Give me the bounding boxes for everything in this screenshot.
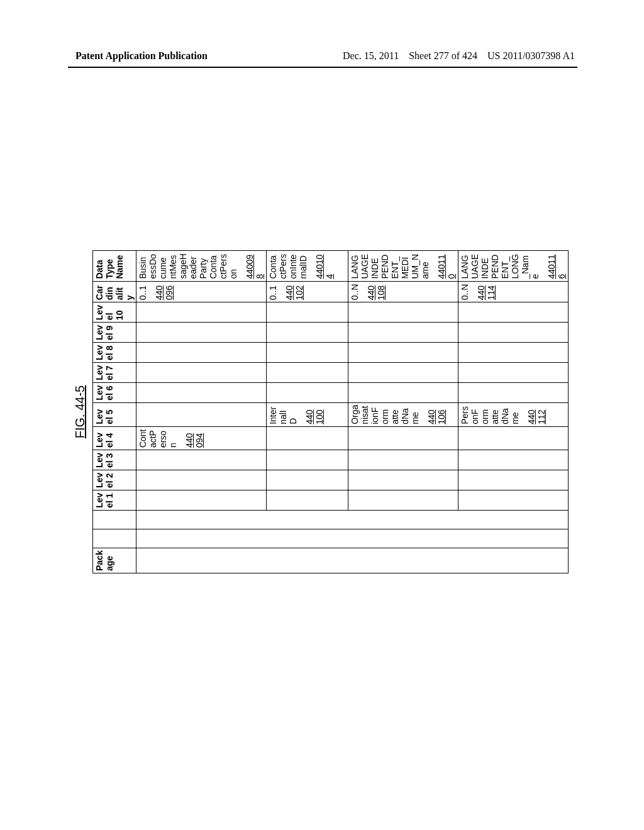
card-ref: 440114 — [476, 284, 496, 301]
cell-level-1 — [136, 490, 267, 510]
cell-level-8 — [348, 343, 458, 363]
cell-level-7 — [267, 362, 348, 382]
cell-level-7 — [458, 362, 569, 382]
header-rule — [68, 67, 577, 68]
cell-datatype: BusinessDocumentMessageHeaderPartyContac… — [136, 251, 267, 282]
dt-ref: 440110 — [436, 253, 457, 279]
cell-level-1 — [458, 490, 569, 510]
cell-level-3 — [348, 450, 458, 470]
card-text: 0..N — [460, 284, 470, 301]
cell-level-3 — [136, 450, 267, 470]
header-sheet: Sheet 277 of 424 — [409, 50, 477, 61]
dt-text: LANGUAGEINDEPENDENT_LONG_Name — [460, 254, 540, 279]
figure-container: FIG. 44-5 Package Level 1 Level 2 Level … — [73, 250, 569, 573]
cell-level-10 — [458, 302, 569, 323]
col-level-6: Level 6 — [93, 382, 136, 402]
cell-level-7 — [136, 362, 267, 382]
cell-datatype: LANGUAGEINDEPENDENT_MEDIUM_Name 440110 — [348, 251, 458, 282]
cell-level-1 — [267, 490, 348, 510]
cell-level-4 — [348, 426, 458, 450]
col-level-8: Level 8 — [93, 343, 136, 363]
card-ref: 440102 — [284, 284, 304, 301]
cell-datatype: LANGUAGEINDEPENDENT_LONG_Name 440116 — [458, 251, 569, 282]
cell-level-9 — [458, 323, 569, 343]
col-package: Package — [93, 548, 136, 573]
cell-level-10 — [136, 302, 267, 323]
cell-level-6 — [267, 382, 348, 402]
cell-level-2 — [348, 470, 458, 490]
level5-text: InternalID — [268, 407, 298, 424]
page-header: Patent Application Publication Dec. 15, … — [0, 50, 644, 62]
level4-text: ContactPerson — [138, 429, 178, 448]
level5-text: PersonFormattedName — [460, 406, 520, 424]
col-cardinality: Cardinality — [93, 281, 136, 302]
figure-title: FIG. 44-5 — [73, 250, 87, 573]
col-level-1: Level 1 — [93, 490, 136, 510]
col-level-4: Level 4 — [93, 426, 136, 450]
cell-level-8 — [267, 343, 348, 363]
cell-package — [136, 548, 569, 573]
cell-level-9 — [136, 323, 267, 343]
col-level-7: Level 7 — [93, 362, 136, 382]
col-level-10: Level 10 — [93, 302, 136, 323]
cell-level-3 — [458, 450, 569, 470]
cell-cardinality: 0..N 440114 — [458, 281, 569, 302]
level5-ref: 440112 — [526, 405, 547, 424]
cell-level-2 — [458, 470, 569, 490]
dt-text: LANGUAGEINDEPENDENT_MEDIUM_Name — [350, 254, 430, 279]
cell-level-4: ContactPerson 440094 — [136, 426, 267, 450]
cell-level-9 — [267, 323, 348, 343]
cell-level-6 — [458, 382, 569, 402]
cell-level-10 — [348, 302, 458, 323]
table-header-row: Package Level 1 Level 2 Level 3 Level 4 … — [93, 251, 136, 573]
cell-cardinality: 0..1 440096 — [136, 281, 267, 302]
cell-level-6 — [348, 382, 458, 402]
col-level-9: Level 9 — [93, 323, 136, 343]
col-level-2: Level 2 — [93, 470, 136, 490]
cell-level-1 — [348, 490, 458, 510]
header-date: Dec. 15, 2011 — [343, 50, 399, 61]
level5-ref: 440100 — [304, 405, 325, 424]
cell-level-3 — [267, 450, 348, 470]
card-ref: 440108 — [366, 284, 386, 301]
cell-level-9 — [348, 323, 458, 343]
cell-level-4 — [458, 426, 569, 450]
table-row: ContactPerson 440094 0..1 440096 Busine — [136, 251, 267, 573]
cell-level-7 — [348, 362, 458, 382]
cell-level-8 — [136, 343, 267, 363]
cell-package-2 — [136, 529, 569, 548]
cell-level-8 — [458, 343, 569, 363]
dt-ref: 440116 — [547, 253, 567, 279]
col-blank-2 — [93, 510, 136, 529]
dt-text: ContactPersonInternalID — [268, 254, 308, 279]
col-level-3: Level 3 — [93, 450, 136, 470]
dt-ref: 440104 — [314, 253, 335, 279]
cell-level-5: InternalID 440100 — [267, 402, 348, 426]
col-datatype: Data Type Name — [93, 251, 136, 282]
cell-cardinality: 0..1 440102 — [267, 281, 348, 302]
cell-level-2 — [136, 470, 267, 490]
level4-ref: 440094 — [184, 429, 204, 448]
card-ref: 440096 — [154, 284, 174, 301]
data-table: Package Level 1 Level 2 Level 3 Level 4 … — [92, 250, 569, 573]
dt-ref: 440098 — [245, 253, 265, 279]
level5-text: OrganisationFormattedName — [350, 405, 420, 424]
cell-level-6 — [136, 382, 267, 402]
cell-level-5 — [136, 402, 267, 426]
cell-level-2 — [267, 470, 348, 490]
cell-level-10 — [267, 302, 348, 323]
header-pubno: US 2011/0307398 A1 — [487, 50, 575, 61]
cell-level-5: OrganisationFormattedName 440106 — [348, 402, 458, 426]
card-text: 0..1 — [138, 285, 148, 300]
header-right: Dec. 15, 2011 Sheet 277 of 424 US 2011/0… — [343, 50, 575, 62]
cell-level-4 — [267, 426, 348, 450]
card-text: 0..1 — [268, 285, 278, 300]
level5-ref: 440106 — [426, 405, 447, 424]
cell-cardinality: 0..N 440108 — [348, 281, 458, 302]
col-blank-1 — [93, 529, 136, 548]
col-level-5: Level 5 — [93, 402, 136, 426]
header-left: Patent Application Publication — [75, 50, 208, 62]
cell-level-5: PersonFormattedName 440112 — [458, 402, 569, 426]
card-text: 0..N — [350, 284, 360, 301]
cell-datatype: ContactPersonInternalID 440104 — [267, 251, 348, 282]
